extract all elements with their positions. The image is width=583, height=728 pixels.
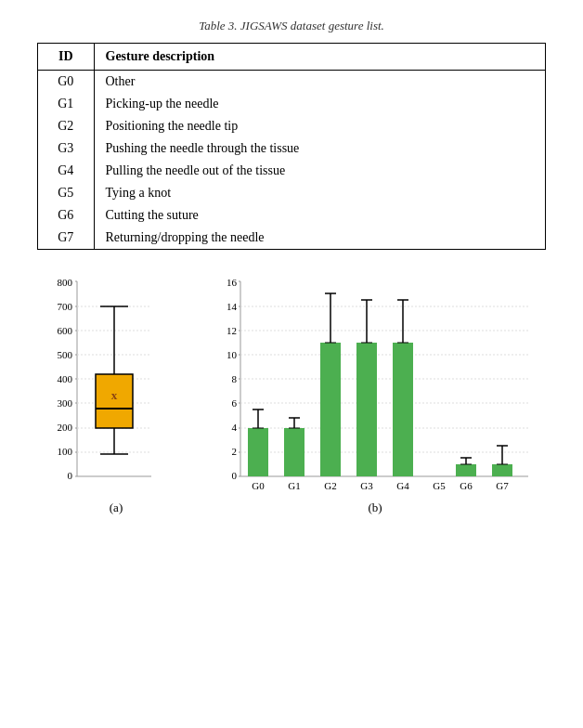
gesture-id: G3 xyxy=(38,137,94,160)
gesture-desc: Pushing the needle through the tissue xyxy=(94,137,545,160)
svg-text:G3: G3 xyxy=(360,480,373,491)
svg-text:0: 0 xyxy=(232,470,238,481)
chart-a-label: (a) xyxy=(110,500,123,515)
svg-text:G1: G1 xyxy=(288,480,300,491)
svg-text:800: 800 xyxy=(57,277,72,288)
boxplot-svg: 0 100 200 300 400 500 600 700 800 xyxy=(45,272,188,495)
table-row: G4Pulling the needle out of the tissue xyxy=(38,160,545,182)
svg-text:14: 14 xyxy=(227,301,238,312)
svg-rect-66 xyxy=(284,428,304,476)
chart-a: 0 100 200 300 400 500 600 700 800 xyxy=(37,272,195,515)
gesture-id: G0 xyxy=(38,71,94,94)
svg-text:x: x xyxy=(110,388,117,402)
svg-text:600: 600 xyxy=(57,325,72,336)
table-row: G6Cutting the suture xyxy=(38,204,545,227)
svg-text:300: 300 xyxy=(57,397,72,409)
table-row: G1Picking-up the needle xyxy=(38,93,545,115)
svg-text:G0: G0 xyxy=(252,480,265,491)
svg-text:16: 16 xyxy=(227,277,238,288)
table-caption: Table 3. JIGSAWS dataset gesture list. xyxy=(37,19,546,33)
gesture-id: G2 xyxy=(38,115,94,137)
svg-rect-88 xyxy=(456,464,476,476)
svg-text:500: 500 xyxy=(57,349,72,360)
col-header-desc: Gesture description xyxy=(94,44,545,71)
svg-text:12: 12 xyxy=(227,325,237,336)
svg-rect-93 xyxy=(492,464,512,476)
svg-rect-81 xyxy=(393,343,413,476)
gesture-desc: Positioning the needle tip xyxy=(94,115,545,137)
svg-text:8: 8 xyxy=(232,373,238,384)
gesture-desc: Other xyxy=(94,71,545,94)
gesture-desc: Tying a knot xyxy=(94,182,545,204)
charts-row: 0 100 200 300 400 500 600 700 800 xyxy=(37,272,546,515)
gesture-table-container: ID Gesture description G0OtherG1Picking-… xyxy=(37,43,546,250)
table-row: G5Tying a knot xyxy=(38,182,545,204)
chart-b: 0 2 4 6 8 10 12 14 16 xyxy=(204,272,546,515)
svg-rect-76 xyxy=(356,343,377,476)
svg-text:6: 6 xyxy=(232,397,238,409)
gesture-table: ID Gesture description G0OtherG1Picking-… xyxy=(38,44,545,249)
barchart-svg: 0 2 4 6 8 10 12 14 16 xyxy=(213,272,538,495)
table-row: G0Other xyxy=(38,71,545,94)
gesture-id: G5 xyxy=(38,182,94,204)
gesture-id: G4 xyxy=(38,160,94,182)
gesture-desc: Picking-up the needle xyxy=(94,93,545,115)
svg-rect-61 xyxy=(248,428,268,476)
gesture-desc: Pulling the needle out of the tissue xyxy=(94,160,545,182)
chart-b-label: (b) xyxy=(368,500,382,515)
svg-text:G2: G2 xyxy=(324,480,336,491)
svg-text:0: 0 xyxy=(67,470,72,481)
svg-text:700: 700 xyxy=(57,301,72,312)
gesture-id: G1 xyxy=(38,93,94,115)
svg-rect-71 xyxy=(320,343,341,476)
svg-text:10: 10 xyxy=(227,349,238,360)
svg-text:G6: G6 xyxy=(460,480,473,491)
table-row: G3Pushing the needle through the tissue xyxy=(38,137,545,160)
gesture-id: G7 xyxy=(38,227,94,249)
svg-text:400: 400 xyxy=(57,373,72,384)
svg-text:G7: G7 xyxy=(496,480,509,491)
table-body: G0OtherG1Picking-up the needleG2Position… xyxy=(38,71,545,250)
table-row: G2Positioning the needle tip xyxy=(38,115,545,137)
svg-text:2: 2 xyxy=(232,446,238,457)
svg-text:G4: G4 xyxy=(396,480,409,491)
gesture-id: G6 xyxy=(38,204,94,227)
svg-text:4: 4 xyxy=(232,422,238,433)
table-header-row: ID Gesture description xyxy=(38,44,545,71)
svg-text:200: 200 xyxy=(57,422,72,433)
svg-text:G5: G5 xyxy=(433,480,446,491)
table-row: G7Returning/dropping the needle xyxy=(38,227,545,249)
gesture-desc: Cutting the suture xyxy=(94,204,545,227)
gesture-desc: Returning/dropping the needle xyxy=(94,227,545,249)
col-header-id: ID xyxy=(38,44,94,71)
svg-text:100: 100 xyxy=(57,446,72,457)
